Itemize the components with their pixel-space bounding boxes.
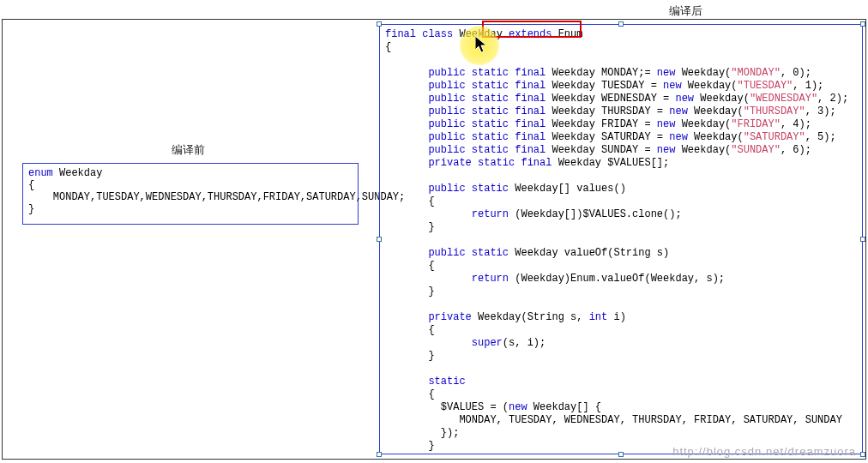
brace-close: }: [28, 203, 34, 215]
field-end: , 5);: [805, 131, 836, 143]
resize-handle-icon: [860, 237, 865, 242]
field-decl: Weekday FRIDAY =: [546, 118, 657, 130]
static-list: MONDAY, TUESDAY, WEDNESDAY, THURSDAY, FR…: [385, 414, 842, 426]
str-sat: "SATURDAY": [744, 131, 805, 143]
brace: {: [385, 260, 435, 272]
brace: }: [385, 440, 435, 452]
kw-new: new: [509, 401, 527, 413]
kw-return: return: [385, 208, 509, 220]
method-mods: public static: [385, 183, 509, 195]
resize-handle-icon: [377, 237, 382, 242]
field-end: , 3);: [805, 105, 836, 117]
ctor-call: Weekday(: [675, 67, 731, 79]
field-mods: public static final: [385, 131, 546, 143]
kw-new: new: [657, 144, 676, 156]
str-sun: "SUNDAY": [731, 144, 781, 156]
resize-handle-icon: [860, 452, 865, 457]
return-expr: (Weekday)Enum.valueOf(Weekday, s);: [509, 273, 725, 285]
field-decl: Weekday WEDNESDAY =: [546, 93, 675, 105]
str-monday: "MONDAY": [731, 67, 781, 79]
field-mods: public static final: [385, 67, 546, 79]
kw-new: new: [657, 67, 676, 79]
kw-new: new: [657, 118, 676, 130]
header-after: 编译后: [669, 3, 702, 19]
str-thu: "THURSDAY": [744, 105, 805, 117]
static-close: });: [385, 427, 459, 439]
brace: }: [385, 286, 435, 298]
kw-return: return: [385, 273, 509, 285]
super-name: Enum: [552, 28, 582, 40]
resize-handle-icon: [377, 21, 382, 27]
str-fri: "FRIDAY": [731, 118, 781, 130]
ctor-call: Weekday(: [694, 93, 750, 105]
kw-class: class: [422, 28, 453, 40]
field-decl: Weekday $VALUES[];: [552, 157, 669, 169]
brace-open: {: [385, 41, 391, 53]
field-decl: Weekday THURSDAY =: [546, 105, 669, 117]
watermark-text: http://blog.csdn.net/dreamzuora: [672, 445, 856, 458]
kw-enum: enum: [28, 167, 53, 179]
field-mods: public static final: [385, 93, 546, 105]
kw-new: new: [669, 131, 688, 143]
field-mods: private static final: [385, 157, 552, 169]
code-after-panel: final class Weekday extends Enum { publi…: [379, 24, 863, 454]
ctor-sig2: i): [607, 311, 626, 323]
kw-super: super: [385, 337, 503, 349]
field-mods: public static final: [385, 80, 546, 92]
brace-close: }: [385, 453, 391, 454]
field-end: , 0);: [781, 67, 811, 79]
resize-handle-icon: [377, 452, 382, 457]
field-decl: Weekday SATURDAY =: [546, 131, 669, 143]
kw-new: new: [669, 105, 688, 117]
resize-handle-icon: [860, 21, 865, 27]
field-decl: Weekday MONDAY;=: [546, 67, 657, 79]
method-mods: public static: [385, 247, 509, 259]
field-decl: Weekday SUNDAY =: [546, 144, 657, 156]
enum-constants: MONDAY,TUESDAY,WEDNESDAY,THURSDAY,FRIDAY…: [28, 191, 405, 203]
field-mods: public static final: [385, 118, 546, 130]
field-mods: public static final: [385, 105, 546, 117]
brace: {: [385, 388, 435, 400]
field-end: , 6);: [781, 144, 811, 156]
header-before: 编译前: [172, 142, 205, 158]
resize-handle-icon: [618, 21, 624, 27]
class-name: Weekday: [453, 28, 509, 40]
brace-open: {: [28, 179, 34, 191]
ctor-mod: private: [385, 311, 472, 323]
kw-int: int: [589, 311, 608, 323]
ctor-call: Weekday(: [675, 144, 731, 156]
method-sig: Weekday valueOf(String s): [509, 247, 669, 259]
ctor-call: Weekday(: [688, 105, 744, 117]
ctor-call: Weekday(: [675, 118, 731, 130]
kw-static: static: [385, 376, 466, 388]
super-args: (s, i);: [503, 337, 546, 349]
field-end: , 2);: [817, 93, 848, 105]
brace: {: [385, 324, 435, 336]
return-expr: (Weekday[])$VALUES.clone();: [509, 208, 682, 220]
method-sig: Weekday[] values(): [509, 183, 626, 195]
enum-name: Weekday: [53, 167, 103, 179]
str-wed: "WEDNESDAY": [750, 93, 817, 105]
ctor-call: Weekday(: [682, 80, 738, 92]
brace: }: [385, 221, 435, 233]
field-end: , 4);: [781, 118, 811, 130]
ctor-sig: Weekday(String s,: [472, 311, 589, 323]
static-arr: Weekday[] {: [527, 401, 601, 413]
brace: {: [385, 195, 435, 207]
kw-new: new: [675, 93, 694, 105]
code-before-panel: enum Weekday { MONDAY,TUESDAY,WEDNESDAY,…: [22, 163, 359, 225]
static-assign: $VALUES = (: [385, 401, 509, 413]
kw-final: final: [385, 28, 416, 40]
field-mods: public static final: [385, 144, 546, 156]
kw-new: new: [663, 80, 682, 92]
brace: }: [385, 350, 435, 362]
ctor-call: Weekday(: [688, 131, 744, 143]
field-decl: Weekday TUESDAY =: [546, 80, 663, 92]
field-end: , 1);: [793, 80, 823, 92]
str-tuesday: "TUESDAY": [737, 80, 793, 92]
resize-handle-icon: [618, 452, 624, 457]
kw-extends: extends: [509, 28, 552, 40]
